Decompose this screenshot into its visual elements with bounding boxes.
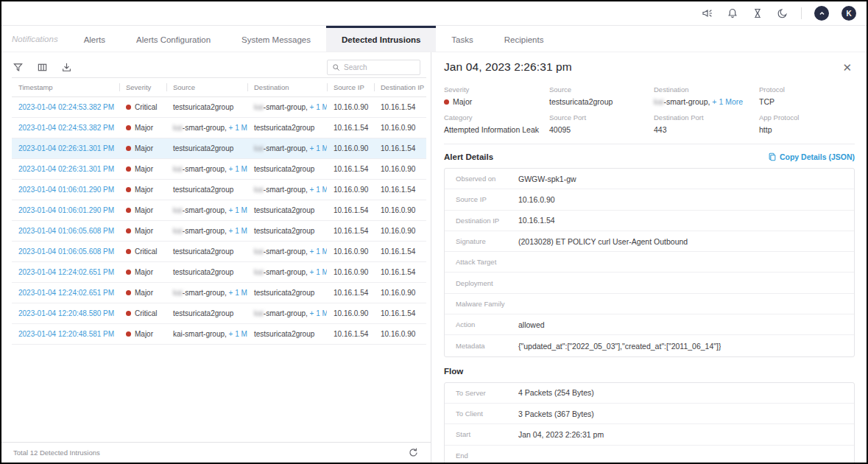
- more-link[interactable]: + 1 More: [308, 309, 327, 317]
- more-link[interactable]: + 1 More: [308, 247, 327, 256]
- timestamp-link[interactable]: 2023-01-04 02:26:31.301 PM: [18, 144, 114, 152]
- cell-source: kai-smart-group, + 1 More: [166, 118, 247, 138]
- copy-details-json-button[interactable]: Copy Details (JSON): [768, 152, 855, 161]
- columns-icon[interactable]: [36, 61, 48, 73]
- cell-destination-ip: 10.16.1.54: [374, 242, 426, 262]
- bell-icon[interactable]: [726, 7, 738, 20]
- cell-timestamp: 2023-01-04 02:26:31.301 PM: [12, 159, 119, 180]
- more-link[interactable]: + 1 More: [227, 289, 247, 297]
- cell-severity: Major: [119, 180, 166, 200]
- cell-source-ip: 10.16.1.54: [327, 283, 374, 303]
- more-link[interactable]: + 1 More: [308, 268, 327, 276]
- field-label: Malware Family: [456, 300, 518, 308]
- table-row[interactable]: 2023-01-04 02:24:53.382 PMCriticaltestsu…: [12, 97, 426, 118]
- table-row[interactable]: 2023-01-04 12:24:02.651 PMMajortestsuric…: [12, 262, 426, 283]
- field-value: TCP: [759, 97, 849, 106]
- more-link[interactable]: + 1 More: [308, 103, 327, 111]
- table-row[interactable]: 2023-01-04 12:24:02.651 PMMajorkai-smart…: [12, 283, 426, 303]
- table-row[interactable]: 2023-01-04 12:20:48.581 PMMajorkai-smart…: [12, 324, 426, 345]
- timestamp-link[interactable]: 2023-01-04 12:20:48.581 PM: [18, 330, 114, 338]
- topbar-separator: [801, 7, 802, 19]
- field-label: App Protocol: [759, 113, 849, 122]
- cell-severity: Major: [119, 262, 166, 283]
- timestamp-link[interactable]: 2023-01-04 01:06:01.290 PM: [18, 206, 114, 214]
- timestamp-link[interactable]: 2023-01-04 02:24:53.382 PM: [18, 103, 114, 111]
- summary-field-category: CategoryAttempted Information Leak: [444, 113, 549, 134]
- field-label: Source Port: [549, 113, 648, 122]
- timestamp-link[interactable]: 2023-01-04 02:26:31.301 PM: [18, 165, 114, 173]
- cell-destination-ip: 10.16.1.54: [374, 138, 426, 159]
- more-link[interactable]: + 1 More: [227, 165, 247, 173]
- cell-timestamp: 2023-01-04 02:24:53.382 PM: [12, 97, 119, 118]
- timestamp-link[interactable]: 2023-01-04 01:06:05.608 PM: [18, 247, 114, 256]
- table-row[interactable]: 2023-01-04 02:24:53.382 PMMajorkai-smart…: [12, 118, 426, 138]
- tab-tasks[interactable]: Tasks: [436, 26, 488, 52]
- table-row[interactable]: 2023-01-04 02:26:31.301 PMMajorkai-smart…: [12, 159, 426, 180]
- severity-dot: [444, 99, 449, 105]
- cell-destination: testsuricata2group: [247, 200, 327, 221]
- summary-grid: SeverityMajorSourcetestsuricata2groupDes…: [444, 85, 855, 144]
- field-value: 40095: [549, 125, 648, 134]
- tab-alerts-configuration[interactable]: Alerts Configuration: [121, 26, 226, 52]
- more-link[interactable]: + 1 More: [710, 97, 743, 106]
- table-row[interactable]: 2023-01-04 12:20:48.580 PMCriticaltestsu…: [12, 303, 426, 324]
- detail-row-end: End: [445, 446, 854, 463]
- download-icon[interactable]: [60, 61, 72, 73]
- cell-source: testsuricata2group: [166, 138, 247, 159]
- column-header-severity[interactable]: Severity: [119, 78, 166, 97]
- cell-destination-ip: 10.16.0.90: [374, 118, 426, 138]
- table-row[interactable]: 2023-01-04 01:06:01.290 PMMajortestsuric…: [12, 180, 426, 200]
- logo-chevron-up-icon[interactable]: [814, 6, 829, 21]
- table-row[interactable]: 2023-01-04 01:06:05.608 PMCriticaltestsu…: [12, 242, 426, 262]
- cell-source: testsuricata2group: [166, 303, 247, 324]
- table-row[interactable]: 2023-01-04 01:06:01.290 PMMajorkai-smart…: [12, 200, 426, 221]
- tab-recipients[interactable]: Recipients: [489, 26, 560, 52]
- timestamp-link[interactable]: 2023-01-04 12:24:02.651 PM: [18, 268, 114, 276]
- column-header-source[interactable]: Source: [166, 78, 247, 97]
- timestamp-link[interactable]: 2023-01-04 01:06:01.290 PM: [18, 186, 114, 194]
- user-avatar[interactable]: K: [841, 6, 856, 21]
- tab-detected-intrusions[interactable]: Detected Intrusions: [326, 26, 436, 52]
- table-row[interactable]: 2023-01-04 02:26:31.301 PMMajortestsuric…: [12, 138, 426, 159]
- detail-header: Jan 04, 2023 2:26:31 pm ✕: [444, 60, 855, 74]
- table-row[interactable]: 2023-01-04 01:06:05.608 PMMajorkai-smart…: [12, 221, 426, 242]
- summary-field-severity: SeverityMajor: [444, 85, 549, 106]
- field-label: Metadata: [456, 342, 518, 350]
- search-input[interactable]: [344, 63, 415, 71]
- more-link[interactable]: + 1 More: [227, 206, 247, 214]
- more-link[interactable]: + 1 More: [308, 186, 327, 194]
- cell-destination: kai-smart-group, + 1 More: [247, 242, 327, 262]
- hourglass-icon[interactable]: [751, 7, 763, 20]
- more-link[interactable]: + 1 More: [227, 330, 247, 338]
- timestamp-link[interactable]: 2023-01-04 02:24:53.382 PM: [18, 124, 114, 132]
- timestamp-link[interactable]: 2023-01-04 01:06:05.608 PM: [18, 227, 114, 235]
- field-label: To Server: [456, 389, 518, 397]
- detail-row-attack-target: Attack Target: [445, 252, 854, 273]
- refresh-icon[interactable]: [408, 447, 419, 458]
- top-bar: K: [1, 1, 867, 26]
- more-link[interactable]: + 1 More: [308, 144, 327, 152]
- close-icon[interactable]: ✕: [839, 60, 855, 74]
- cell-severity: Major: [119, 324, 166, 345]
- tab-alerts[interactable]: Alerts: [68, 26, 121, 52]
- tab-system-messages[interactable]: System Messages: [226, 26, 326, 52]
- redacted-text: kai: [654, 97, 663, 106]
- column-header-destination[interactable]: Destination: [247, 78, 327, 97]
- column-header-source-ip[interactable]: Source IP: [327, 78, 374, 97]
- cell-timestamp: 2023-01-04 02:24:53.382 PM: [12, 118, 119, 138]
- moon-icon[interactable]: [776, 7, 788, 20]
- redacted-text: kai: [173, 206, 183, 214]
- column-header-timestamp[interactable]: Timestamp: [12, 78, 119, 97]
- field-label: Destination IP: [456, 217, 518, 225]
- cell-destination: kai-smart-group, + 1 More: [247, 97, 327, 118]
- announcement-icon[interactable]: [701, 7, 713, 20]
- severity-dot: [126, 187, 131, 192]
- main-content: TimestampSeveritySourceDestinationSource…: [1, 52, 867, 463]
- filter-icon[interactable]: [12, 61, 24, 73]
- more-link[interactable]: + 1 More: [227, 124, 247, 132]
- column-header-destination-ip[interactable]: Destination IP: [374, 78, 426, 97]
- more-link[interactable]: + 1 More: [227, 227, 247, 235]
- timestamp-link[interactable]: 2023-01-04 12:24:02.651 PM: [18, 289, 114, 297]
- timestamp-link[interactable]: 2023-01-04 12:20:48.580 PM: [18, 309, 114, 317]
- list-footer: Total 12 Detected Intrusions: [1, 442, 431, 463]
